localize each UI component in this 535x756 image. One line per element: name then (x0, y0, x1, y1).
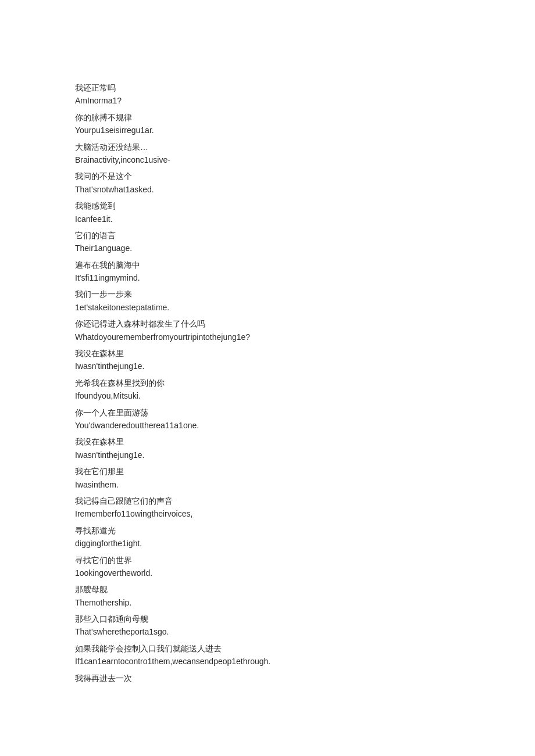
line-pair: 我问的不是这个That'snotwhat1asked. (75, 170, 535, 196)
english-text: Whatdoyourememberfromyourtripintothejung… (75, 331, 535, 343)
chinese-text: 我问的不是这个 (75, 170, 535, 182)
line-pair: 你一个人在里面游荡You'dwanderedouttherea11a1one. (75, 406, 535, 432)
chinese-text: 寻找它们的世界 (75, 554, 535, 567)
line-pair: 寻找它们的世界1ookingovertheworld. (75, 554, 535, 580)
chinese-text: 我没在森林里 (75, 435, 535, 448)
main-content: 我还正常吗AmInorma1?你的脉搏不规律Yourpu1seisirregu1… (0, 0, 535, 709)
english-text: That'snotwhat1asked. (75, 183, 535, 196)
chinese-text: 我还正常吗 (75, 81, 535, 94)
chinese-text: 大脑活动还没结果… (75, 141, 535, 153)
line-pair: 那些入口都通向母舰That'swheretheporta1sgo. (75, 612, 535, 639)
chinese-text: 光希我在森林里找到的你 (75, 377, 535, 389)
english-text: It'sfi11ingmymind. (75, 271, 535, 284)
english-text: 1et'stakeitonestepatatime. (75, 301, 535, 314)
english-text: If1can1earntocontro1them,wecansendpeop1e… (75, 655, 535, 668)
chinese-text: 如果我能学会控制入口我们就能送人进去 (75, 642, 535, 655)
line-pair: 我还正常吗AmInorma1? (75, 81, 535, 108)
chinese-text: 你一个人在里面游荡 (75, 406, 535, 419)
chinese-text: 那些入口都通向母舰 (75, 612, 535, 625)
english-text: Ifoundyou,Mitsuki. (75, 389, 535, 402)
line-pair: 寻找那道光diggingforthe1ight. (75, 524, 535, 550)
chinese-text: 我能感觉到 (75, 199, 535, 212)
line-pair: 如果我能学会控制入口我们就能送人进去If1can1earntocontro1th… (75, 642, 535, 668)
line-pair: 它们的语言Their1anguage. (75, 229, 535, 255)
english-text: Iwasn'tinthejung1e. (75, 360, 535, 372)
english-text: That'swheretheporta1sgo. (75, 625, 535, 638)
english-text: Iwasinthem. (75, 478, 535, 491)
english-text: Themothership. (75, 596, 535, 609)
chinese-text: 它们的语言 (75, 229, 535, 242)
line-pair: 我能感觉到Icanfee1it. (75, 199, 535, 225)
english-text: Iwasn'tinthejung1e. (75, 449, 535, 461)
line-pair: 你还记得进入森林时都发生了什么吗Whatdoyourememberfromyou… (75, 317, 535, 343)
english-text: Brainactivity,inconc1usive- (75, 153, 535, 166)
chinese-text: 那艘母舰 (75, 583, 535, 596)
english-text: AmInorma1? (75, 94, 535, 107)
line-pair: 我在它们那里Iwasinthem. (75, 465, 535, 491)
english-text: Their1anguage. (75, 242, 535, 255)
line-pair: 我没在森林里Iwasn'tinthejung1e. (75, 347, 535, 373)
line-pair: 我们一步一步来1et'stakeitonestepatatime. (75, 288, 535, 314)
chinese-text: 我们一步一步来 (75, 288, 535, 300)
line-pair: 光希我在森林里找到的你Ifoundyou,Mitsuki. (75, 377, 535, 403)
chinese-text: 我在它们那里 (75, 465, 535, 478)
chinese-text: 你的脉搏不规律 (75, 111, 535, 124)
english-text: Irememberfo11owingtheirvoices, (75, 507, 535, 520)
english-text: diggingforthe1ight. (75, 537, 535, 550)
chinese-text: 我没在森林里 (75, 347, 535, 360)
line-pair: 那艘母舰Themothership. (75, 583, 535, 609)
english-text: 1ookingovertheworld. (75, 567, 535, 579)
english-text: Yourpu1seisirregu1ar. (75, 124, 535, 137)
english-text: You'dwanderedouttherea11a1one. (75, 419, 535, 432)
chinese-text: 我记得自己跟随它们的声音 (75, 495, 535, 507)
line-pair: 大脑活动还没结果…Brainactivity,inconc1usive- (75, 141, 535, 167)
line-pair: 遍布在我的脑海中It'sfi11ingmymind. (75, 259, 535, 285)
english-text: Icanfee1it. (75, 213, 535, 225)
line-pair: 我没在森林里Iwasn'tinthejung1e. (75, 435, 535, 461)
chinese-text: 我得再进去一次 (75, 672, 535, 685)
chinese-text: 你还记得进入森林时都发生了什么吗 (75, 317, 535, 330)
line-pair: 我得再进去一次 (75, 672, 535, 685)
chinese-text: 遍布在我的脑海中 (75, 259, 535, 271)
line-pair: 你的脉搏不规律Yourpu1seisirregu1ar. (75, 111, 535, 137)
line-pair: 我记得自己跟随它们的声音Irememberfo11owingtheirvoice… (75, 495, 535, 521)
chinese-text: 寻找那道光 (75, 524, 535, 537)
